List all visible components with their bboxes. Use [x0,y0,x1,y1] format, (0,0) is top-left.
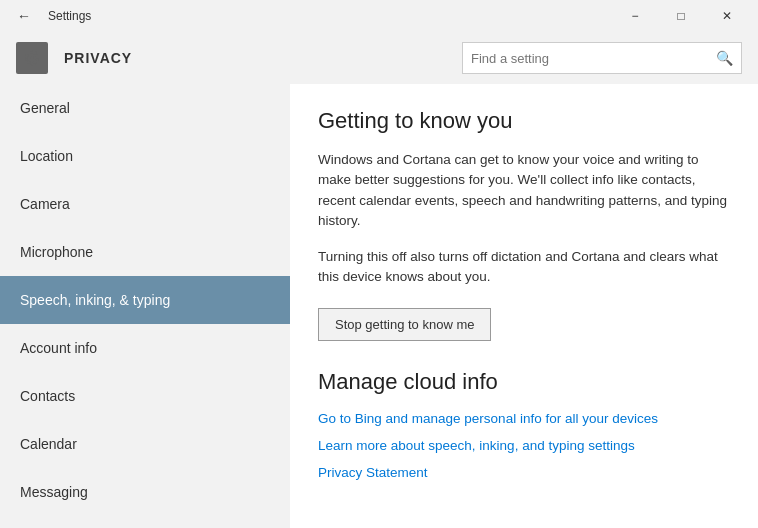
window-controls: − □ ✕ [612,0,750,32]
privacy-statement-link[interactable]: Privacy Statement [318,465,730,480]
back-button[interactable]: ← [8,0,40,32]
search-box[interactable]: 🔍 [462,42,742,74]
close-button[interactable]: ✕ [704,0,750,32]
app-title: PRIVACY [64,50,132,66]
stop-getting-to-know-me-button[interactable]: Stop getting to know me [318,308,491,341]
title-bar: ← Settings − □ ✕ [0,0,758,32]
sidebar-item-account-info[interactable]: Account info [0,324,290,372]
section2-title: Manage cloud info [318,369,730,395]
section1-body: Windows and Cortana can get to know your… [318,150,730,231]
search-input[interactable] [471,51,710,66]
section1-title: Getting to know you [318,108,730,134]
sidebar-item-messaging[interactable]: Messaging [0,468,290,516]
sidebar-item-location[interactable]: Location [0,132,290,180]
maximize-button[interactable]: □ [658,0,704,32]
sidebar-item-general[interactable]: General [0,84,290,132]
sidebar-item-contacts[interactable]: Contacts [0,372,290,420]
bing-manage-link[interactable]: Go to Bing and manage personal info for … [318,411,730,426]
main-layout: General Location Camera Microphone Speec… [0,84,758,528]
search-icon: 🔍 [716,50,733,66]
sidebar-item-microphone[interactable]: Microphone [0,228,290,276]
content-area: Getting to know you Windows and Cortana … [290,84,758,528]
sidebar-item-camera[interactable]: Camera [0,180,290,228]
sidebar-item-speech[interactable]: Speech, inking, & typing [0,276,290,324]
app-icon: ⚙ [16,42,48,74]
minimize-button[interactable]: − [612,0,658,32]
window-title: Settings [48,9,91,23]
app-header: ⚙ PRIVACY 🔍 [0,32,758,84]
gear-icon: ⚙ [23,46,41,70]
sidebar: General Location Camera Microphone Speec… [0,84,290,528]
sidebar-item-calendar[interactable]: Calendar [0,420,290,468]
speech-settings-link[interactable]: Learn more about speech, inking, and typ… [318,438,730,453]
section1-note: Turning this off also turns off dictatio… [318,247,730,288]
